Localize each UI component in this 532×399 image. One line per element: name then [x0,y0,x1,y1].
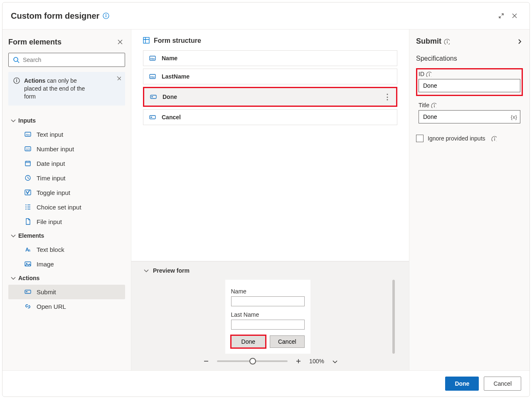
abc-icon [149,73,157,80]
actions-group-header[interactable]: Actions [8,271,125,285]
page-title: Custom form designer [11,11,99,21]
structure-row-name[interactable]: Name [143,50,397,66]
structure-icon [143,37,150,44]
file-icon [23,218,32,225]
time-icon [23,175,32,181]
submit-icon [23,288,32,295]
item-label: Text block [37,246,64,253]
footer: Done Cancel [2,370,530,397]
preview-input-name[interactable] [231,296,305,306]
dismiss-callout-icon[interactable] [116,75,121,80]
properties-title: Submit [416,37,441,46]
inputs-item-file-input[interactable]: File input [8,214,125,229]
inputs-group-header[interactable]: Inputs [8,114,125,127]
inputs-item-choice-set-input[interactable]: Choice set input [8,200,125,214]
title-input[interactable] [419,110,520,123]
date-icon [23,160,32,167]
id-label: ID [419,71,520,77]
inputs-item-number-input[interactable]: Number input [8,142,125,156]
header: Custom form designer [2,2,530,29]
left-panel-title: Form elements [8,38,115,47]
preview-header[interactable]: Preview form [143,267,397,274]
choice-icon [23,204,32,210]
structure-row-cancel[interactable]: Cancel [143,109,397,125]
structure-row-lastname[interactable]: LastName [143,69,397,84]
cancel-button[interactable]: Cancel [484,377,521,391]
item-label: Open URL [37,303,66,310]
image-icon [23,261,32,267]
properties-panel: Submit Specifications ID Title [409,30,530,370]
inputs-item-toggle-input[interactable]: Toggle input [8,185,125,200]
info-icon [13,77,20,84]
elements-item-image[interactable]: Image [8,257,125,271]
fx-icon[interactable]: {x} [511,114,517,120]
item-label: Number input [37,145,74,153]
item-label: Text input [37,131,63,138]
search-input[interactable] [8,53,125,67]
actions-item-submit[interactable]: Submit [8,285,125,299]
chevron-right-icon[interactable] [516,38,523,45]
abc-icon [23,131,32,138]
form-structure-area: Form structure NameLastNameDone⋮Cancel [131,30,409,261]
item-label: File input [37,218,62,225]
zoom-out-button[interactable] [203,358,209,365]
abc-icon [149,55,157,62]
toggle-icon [23,189,32,196]
info-icon[interactable] [103,12,109,19]
zoom-slider[interactable] [217,360,288,362]
preview-scrollbar[interactable] [392,280,395,354]
chevron-down-icon [10,232,18,239]
zoom-controls: 100% [143,358,397,365]
title-spec-block: Title {x} [416,99,523,127]
structure-row-done[interactable]: Done⋮ [143,87,397,107]
preview-input-last-name[interactable] [231,320,305,330]
row-label: Name [162,55,177,62]
item-label: Time input [37,175,65,182]
app-window: Custom form designer Form elements Actio… [2,2,530,397]
info-icon[interactable] [491,136,497,141]
search-field[interactable] [23,57,121,63]
row-label: Done [163,94,177,100]
zoom-in-button[interactable] [295,358,302,365]
ignore-inputs-row[interactable]: Ignore provided inputs [416,135,523,142]
info-icon[interactable] [444,39,450,44]
id-input[interactable] [419,79,520,92]
row-label: Cancel [162,114,181,121]
close-icon[interactable] [508,9,521,22]
specifications-title: Specifications [416,55,523,62]
preview-button-done[interactable]: Done [231,335,266,348]
expand-icon[interactable] [495,9,508,22]
collapse-left-panel-icon[interactable] [115,37,125,47]
more-options-icon[interactable]: ⋮ [384,92,390,101]
actions-info-callout: Actions can only be placed at the end of… [8,72,125,106]
search-icon [13,57,20,63]
item-label: Toggle input [37,189,70,196]
ignore-inputs-checkbox[interactable] [416,135,424,142]
elements-group-header[interactable]: Elements [8,229,125,242]
elements-item-text-block[interactable]: Text block [8,242,125,257]
chevron-down-icon [143,267,150,274]
actions-item-open-url[interactable]: Open URL [8,299,125,314]
ignore-inputs-label: Ignore provided inputs [428,135,485,142]
preview-area: Preview form NameLast Name DoneCancel 10… [131,261,409,370]
item-label: Date input [37,160,65,167]
preview-button-cancel[interactable]: Cancel [270,335,305,348]
elements-list: Inputs Text inputNumber inputDate inputT… [8,114,125,314]
body: Form elements Actions can only be placed… [2,29,530,370]
done-button[interactable]: Done [445,377,479,391]
num-icon [23,145,32,152]
link-icon [23,303,32,310]
submit-icon [150,94,158,100]
preview-label-name: Name [231,288,305,295]
textblock-icon [23,246,32,253]
form-elements-panel: Form elements Actions can only be placed… [2,30,131,370]
zoom-dropdown-icon[interactable] [332,358,337,364]
item-label: Choice set input [37,204,81,211]
info-icon[interactable] [431,103,436,108]
info-icon[interactable] [426,71,431,77]
callout-text: Actions can only be placed at the end of… [24,77,95,101]
inputs-item-text-input[interactable]: Text input [8,127,125,142]
inputs-item-date-input[interactable]: Date input [8,156,125,171]
chevron-down-icon [10,117,18,124]
inputs-item-time-input[interactable]: Time input [8,171,125,185]
